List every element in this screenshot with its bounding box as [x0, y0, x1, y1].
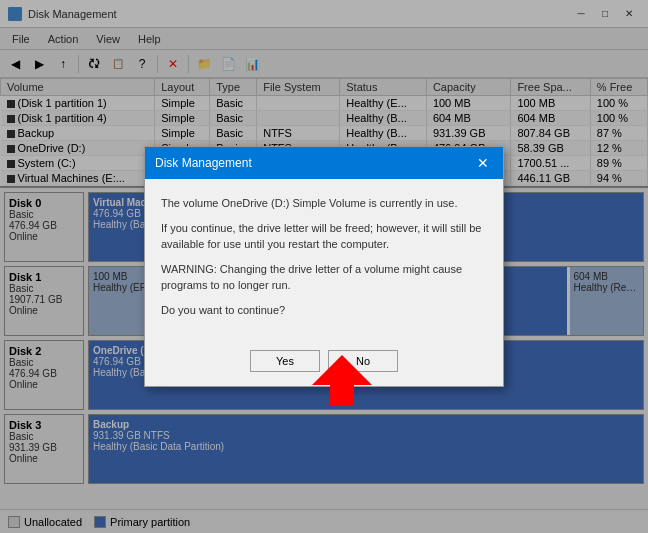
- dialog-message-2: If you continue, the drive letter will b…: [161, 220, 487, 253]
- dialog-yes-button[interactable]: Yes: [250, 350, 320, 372]
- dialog-message-3: WARNING: Changing the drive letter of a …: [161, 261, 487, 294]
- dialog-body: The volume OneDrive (D:) Simple Volume i…: [145, 179, 503, 342]
- dialog-titlebar: Disk Management ✕: [145, 147, 503, 179]
- svg-marker-0: [312, 355, 372, 405]
- dialog-title: Disk Management: [155, 156, 252, 170]
- dialog-close-button[interactable]: ✕: [473, 153, 493, 173]
- red-arrow: [312, 355, 372, 407]
- dialog-container: Disk Management ✕ The volume OneDrive (D…: [144, 146, 504, 387]
- dialog-overlay: Disk Management ✕ The volume OneDrive (D…: [0, 0, 648, 533]
- dialog: Disk Management ✕ The volume OneDrive (D…: [144, 146, 504, 387]
- dialog-message-1: The volume OneDrive (D:) Simple Volume i…: [161, 195, 487, 212]
- dialog-message-4: Do you want to continue?: [161, 302, 487, 319]
